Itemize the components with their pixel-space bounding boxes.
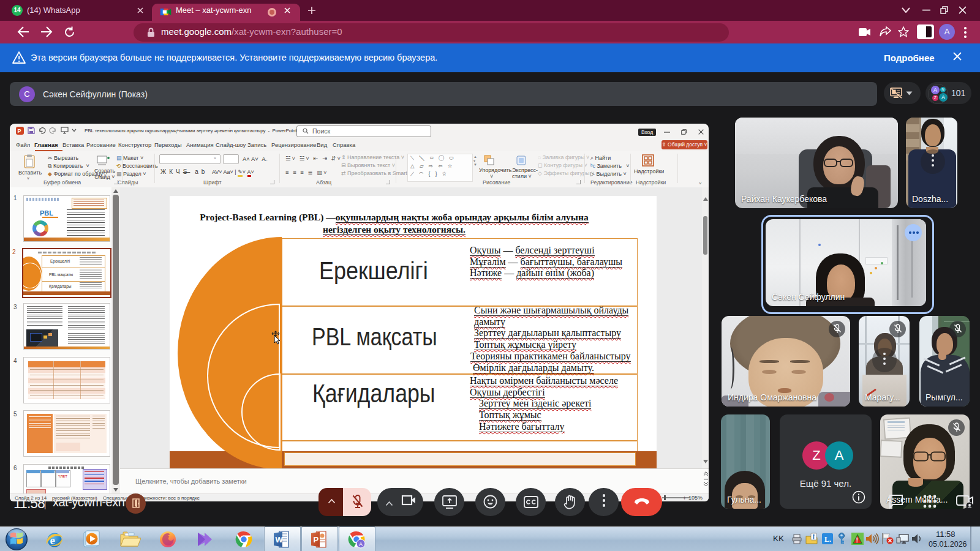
- svg-text:L.: L.: [824, 535, 831, 544]
- svg-text:W: W: [276, 535, 284, 544]
- svg-text:P: P: [314, 535, 319, 544]
- svg-text:A: A: [359, 541, 363, 547]
- svg-text:!: !: [856, 536, 859, 544]
